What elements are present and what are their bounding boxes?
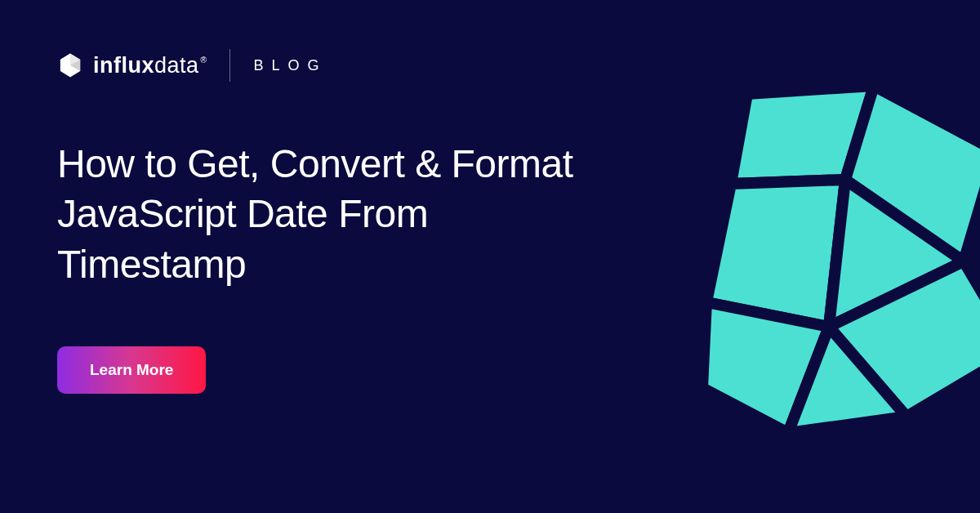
brand-logo: influxdata® (57, 52, 207, 78)
section-label: BLOG (253, 57, 327, 74)
page-title: How to Get, Convert & Format JavaScript … (57, 139, 612, 289)
learn-more-button[interactable]: Learn More (57, 346, 206, 394)
decorative-polygon-icon (653, 74, 980, 449)
influxdata-logo-icon (57, 52, 83, 78)
header-divider (229, 49, 230, 82)
brand-name: influxdata® (93, 53, 207, 78)
